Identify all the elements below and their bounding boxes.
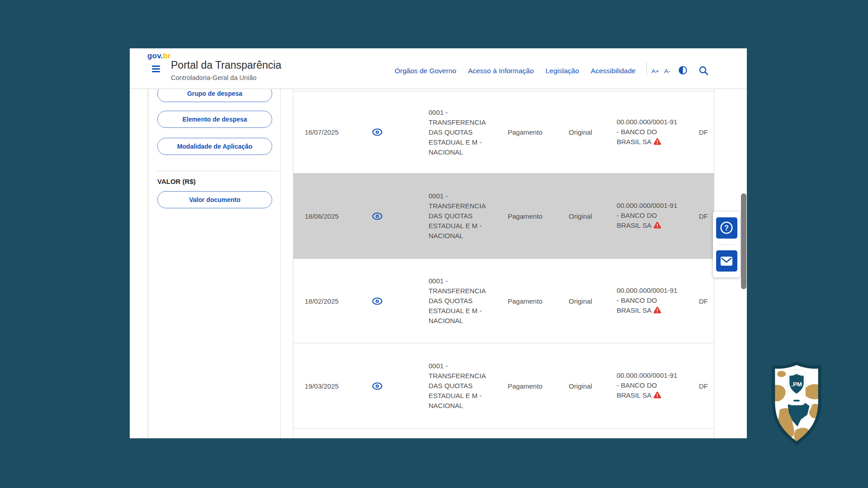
warning-icon <box>653 138 661 148</box>
view-details-button[interactable] <box>372 382 382 390</box>
page-title: Portal da Transparência <box>171 59 281 71</box>
view-details-button[interactable] <box>372 212 382 220</box>
nav-link-legislacao[interactable]: Legislação <box>546 67 579 75</box>
cell-type: Original <box>557 128 602 136</box>
eye-icon <box>372 382 382 390</box>
cell-phase: Pagamento <box>493 128 557 136</box>
filter-button-grupo-de-despesa[interactable]: Grupo de despesa <box>157 89 272 102</box>
cell-date: 18/06/2025 <box>293 212 350 220</box>
table-row[interactable]: 19/03/2025 0001 - TRANSFERENCIA DAS QUOT… <box>293 343 714 429</box>
cell-type: Original <box>557 212 602 220</box>
table-row[interactable]: 18/02/2025 0001 - TRANSFERENCIA DAS QUOT… <box>293 259 714 343</box>
header-divider <box>646 62 647 75</box>
govbr-logo[interactable]: gov.br <box>147 52 171 61</box>
filter-button-elemento-de-despesa[interactable]: Elemento de despesa <box>157 111 272 128</box>
envelope-icon <box>720 256 733 266</box>
nav-link-orgaos-de-governo[interactable]: Órgãos de Governo <box>395 67 456 75</box>
header: gov.br Portal da Transparência Controlad… <box>130 48 747 89</box>
cell-uf: DF <box>683 212 714 220</box>
cell-description: 0001 - TRANSFERENCIA DAS QUOTAS ESTADUAL… <box>429 108 492 157</box>
warning-icon <box>653 306 661 316</box>
watermark-label: .PM <box>791 381 802 388</box>
cell-description: 0001 - TRANSFERENCIA DAS QUOTAS ESTADUAL… <box>429 361 492 411</box>
cell-description: 0001 - TRANSFERENCIA DAS QUOTAS ESTADUAL… <box>429 276 492 326</box>
cell-phase: Pagamento <box>493 382 557 390</box>
cell-date: 18/02/2025 <box>293 297 350 305</box>
filters-sidebar: Grupo de despesa Elemento de despesa Mod… <box>148 89 281 438</box>
floating-actions-panel: ? <box>713 211 740 277</box>
filter-button-valor-documento[interactable]: Valor documento <box>157 191 272 208</box>
warning-icon <box>653 221 661 231</box>
help-button[interactable]: ? <box>716 217 737 239</box>
font-increase-button[interactable]: A+ <box>651 68 659 75</box>
cell-phase: Pagamento <box>493 297 557 305</box>
results-table: 16/07/2025 0001 - TRANSFERENCIA DAS QUOT… <box>293 89 714 438</box>
page-card: gov.br Portal da Transparência Controlad… <box>130 48 747 438</box>
eye-icon <box>372 297 382 305</box>
contact-button[interactable] <box>716 250 737 272</box>
cell-favored: 00.000.000/0001-91 - BANCO DO BRASIL SA <box>617 118 677 145</box>
sidebar-separator <box>156 171 279 171</box>
svg-text:?: ? <box>724 224 729 232</box>
vertical-scrollbar-thumb[interactable] <box>741 193 746 289</box>
cell-date: 16/07/2025 <box>293 128 350 136</box>
cell-uf: DF <box>683 382 714 390</box>
eye-icon <box>372 212 382 220</box>
cell-favored: 00.000.000/0001-91 - BANCO DO BRASIL SA <box>617 202 677 229</box>
filter-button-modalidade-de-aplicacao[interactable]: Modalidade de Aplicação <box>157 138 272 155</box>
warning-icon <box>653 391 661 401</box>
nav-link-acesso-a-informacao[interactable]: Acesso à Informação <box>468 67 534 75</box>
cell-uf: DF <box>683 297 714 305</box>
nav-link-acessibilidade[interactable]: Acessibilidade <box>591 67 636 75</box>
cell-phase: Pagamento <box>493 212 557 220</box>
table-row[interactable]: 16/07/2025 0001 - TRANSFERENCIA DAS QUOT… <box>293 91 714 173</box>
cell-favored: 00.000.000/0001-91 - BANCO DO BRASIL SA <box>617 286 677 314</box>
govbr-logo-gov: gov <box>147 52 161 60</box>
floating-actions-separator <box>717 244 736 245</box>
cell-description: 0001 - TRANSFERENCIA DAS QUOTAS ESTADUAL… <box>429 191 492 241</box>
view-details-button[interactable] <box>372 128 382 136</box>
watermark-shield-logo: .PM <box>770 360 823 446</box>
valor-section-label: VALOR (R$) <box>157 178 196 185</box>
contrast-icon[interactable] <box>679 66 687 76</box>
view-details-button[interactable] <box>372 297 382 305</box>
eye-icon <box>372 128 382 136</box>
cell-type: Original <box>557 297 602 305</box>
page-subtitle: Controladoria-Geral da União <box>171 74 256 81</box>
search-icon[interactable] <box>699 66 708 77</box>
cell-uf: DF <box>683 128 714 136</box>
cell-favored: 00.000.000/0001-91 - BANCO DO BRASIL SA <box>617 371 677 399</box>
question-icon: ? <box>720 221 733 235</box>
govbr-logo-br: br <box>163 52 171 60</box>
font-decrease-button[interactable]: A- <box>664 68 670 75</box>
cell-date: 19/03/2025 <box>293 382 350 390</box>
cell-type: Original <box>557 382 602 390</box>
menu-hamburger-icon[interactable] <box>152 66 160 72</box>
table-row-highlighted[interactable]: 18/06/2025 0001 - TRANSFERENCIA DAS QUOT… <box>293 173 714 259</box>
header-nav: Órgãos de Governo Acesso à Informação Le… <box>395 67 636 75</box>
